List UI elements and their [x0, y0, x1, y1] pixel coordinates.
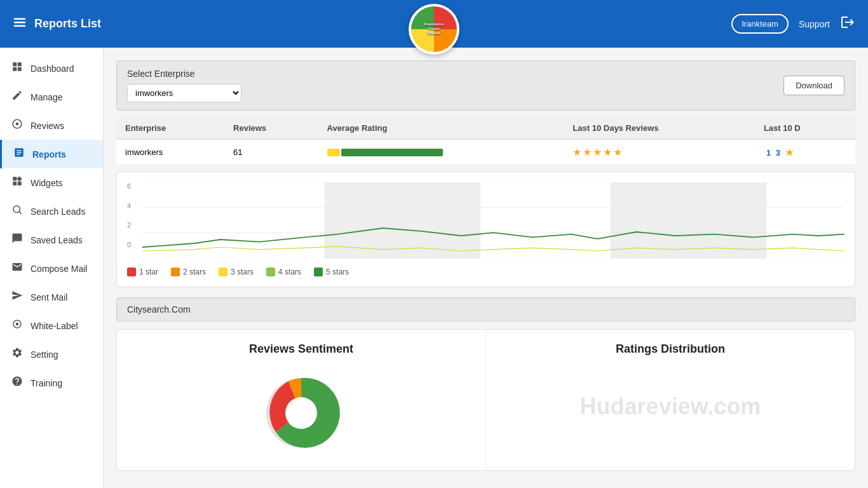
panel-ratings-distribution: Ratings Distribution Hudareview.com: [486, 330, 855, 470]
svg-rect-5: [13, 67, 17, 71]
sidebar-item-reports[interactable]: Reports: [0, 140, 103, 168]
bottom-panels: Reviews Sentiment: [116, 329, 855, 471]
sidebar-item-label: Compose Mail: [31, 264, 87, 274]
reports-icon: [12, 147, 26, 161]
logout-icon[interactable]: [840, 15, 855, 34]
bar-green: [341, 149, 443, 156]
sidebar-item-reviews[interactable]: Reviews: [0, 111, 103, 140]
y-axis-labels: 6 4 2 0: [127, 182, 140, 248]
svg-point-11: [16, 323, 19, 326]
col-reviews: Reviews: [224, 117, 318, 140]
stars-display: ★ ★ ★ ★ ★: [573, 146, 746, 158]
y-label-0: 0: [127, 241, 140, 248]
user-button[interactable]: Irankteam: [731, 14, 789, 34]
y-label-6: 6: [127, 182, 140, 190]
support-button[interactable]: Support: [799, 19, 830, 29]
logo-area: Reputation Power Ranker: [409, 0, 459, 50]
chart-area: 6 4 2 0: [127, 182, 844, 261]
training-icon: [10, 376, 24, 390]
legend-5stars: 5 stars: [314, 268, 349, 276]
sidebar-item-manage[interactable]: Manage: [0, 83, 103, 111]
sidebar-item-label: White-Label: [31, 321, 78, 331]
y-label-2: 2: [127, 221, 140, 229]
line-chart-svg: May Jun Jul Aug: [142, 182, 844, 259]
reviews-sentiment-title: Reviews Sentiment: [130, 342, 473, 356]
col-enterprise: Enterprise: [116, 117, 224, 140]
setting-icon: [10, 347, 24, 362]
sidebar-item-setting[interactable]: Setting: [0, 340, 103, 369]
legend-2stars: 2 stars: [171, 268, 206, 276]
sidebar-item-widgets[interactable]: Widgets: [0, 168, 103, 197]
legend-color-4stars: [266, 268, 275, 276]
cell-enterprise: imworkers: [116, 140, 224, 165]
legend-label-2stars: 2 stars: [183, 268, 206, 276]
legend-label-5stars: 5 stars: [326, 268, 349, 276]
sidebar-item-saved-leads[interactable]: Saved Leads: [0, 226, 103, 254]
star-5: ★: [613, 146, 622, 158]
main-content: Select Enterprise imworkers Download Ent…: [104, 48, 868, 488]
sidebar-item-label: Widgets: [31, 178, 63, 188]
svg-rect-0: [14, 18, 25, 19]
legend-color-2stars: [171, 268, 180, 276]
sidebar-item-training[interactable]: Training: [0, 369, 103, 397]
rating-bar: [327, 149, 555, 156]
svg-rect-3: [13, 62, 17, 66]
panel-reviews-sentiment: Reviews Sentiment: [117, 330, 486, 470]
cell-reviews: 61: [224, 140, 318, 165]
legend-color-5stars: [314, 268, 323, 276]
sidebar-item-label: Sent Mail: [31, 292, 67, 302]
star-3: ★: [593, 146, 602, 158]
citysearch-box: Citysearch.Com: [116, 297, 855, 322]
col-last10days: Last 10 Days Reviews: [564, 117, 755, 140]
sidebar-item-label: Search Leads: [31, 207, 85, 217]
pie-chart: [257, 369, 346, 458]
sent-mail-icon: [10, 290, 24, 304]
sidebar-item-compose-mail[interactable]: Compose Mail: [0, 254, 103, 283]
svg-point-23: [285, 397, 317, 429]
white-label-icon: [10, 318, 24, 333]
sidebar-item-search-leads[interactable]: Search Leads: [0, 197, 103, 226]
legend-4stars: 4 stars: [266, 268, 301, 276]
sidebar-item-label: Dashboard: [31, 64, 74, 74]
svg-rect-2: [14, 25, 25, 26]
table-row: imworkers 61 ★ ★ ★ ★: [116, 140, 855, 165]
download-button[interactable]: Download: [783, 76, 844, 95]
navbar-right: Irankteam Support: [731, 14, 855, 34]
watermark: Hudareview.com: [499, 369, 842, 445]
svg-rect-1: [14, 22, 25, 23]
app-logo: Reputation Power Ranker: [409, 4, 459, 55]
select-enterprise-box: Select Enterprise imworkers Download: [116, 60, 855, 111]
svg-rect-13: [611, 182, 767, 259]
sidebar-item-label: Training: [31, 378, 62, 388]
sidebar-item-label: Reviews: [31, 121, 64, 131]
select-enterprise-left: Select Enterprise imworkers: [127, 69, 241, 102]
legend-3stars: 3 stars: [219, 268, 254, 276]
star-2: ★: [583, 146, 592, 158]
svg-point-8: [13, 206, 20, 213]
manage-icon: [10, 90, 24, 104]
select-enterprise-label: Select Enterprise: [127, 69, 241, 79]
star-4: ★: [603, 146, 612, 158]
saved-leads-icon: [10, 233, 24, 247]
pie-svg: [257, 369, 346, 458]
svg-rect-4: [18, 62, 22, 66]
ratings-distribution-title: Ratings Distribution: [499, 342, 842, 356]
last10-red-count: 1 3 ★: [764, 148, 794, 158]
menu-icon: [13, 15, 27, 33]
legend-color-3stars: [219, 268, 227, 276]
sidebar-item-dashboard[interactable]: Dashboard: [0, 54, 103, 83]
enterprise-select[interactable]: imworkers: [127, 84, 241, 102]
legend-color-1star: [127, 268, 136, 276]
sidebar-item-white-label[interactable]: White-Label: [0, 311, 103, 340]
legend-label-4stars: 4 stars: [278, 268, 301, 276]
sidebar-item-label: Setting: [31, 349, 58, 360]
bar-yellow: [327, 149, 340, 156]
reports-table: Enterprise Reviews Average Rating Last 1…: [116, 117, 855, 165]
svg-point-7: [16, 123, 19, 126]
page-title: Reports List: [34, 17, 101, 30]
search-leads-icon: [10, 204, 24, 219]
sidebar-item-sent-mail[interactable]: Sent Mail: [0, 283, 103, 311]
svg-rect-6: [18, 67, 22, 71]
main-layout: Dashboard Manage Reviews Reports Widgets: [0, 48, 868, 488]
cell-stars: ★ ★ ★ ★ ★: [564, 140, 755, 165]
